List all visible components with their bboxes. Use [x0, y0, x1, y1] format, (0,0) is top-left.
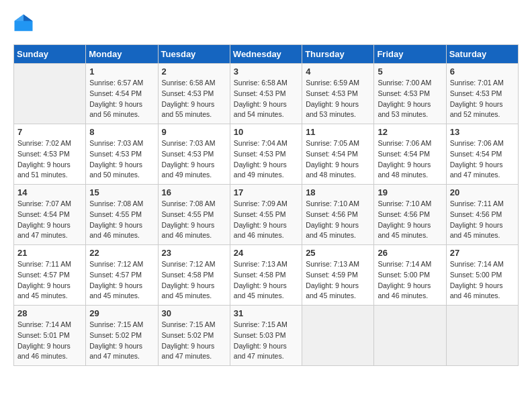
day-number: 28 [17, 308, 82, 318]
calendar-day: 12Sunrise: 7:06 AM Sunset: 4:54 PM Dayli… [374, 124, 446, 185]
day-number: 25 [306, 248, 370, 258]
day-info: Sunrise: 7:10 AM Sunset: 4:56 PM Dayligh… [306, 199, 370, 241]
col-header-sunday: Sunday [14, 45, 86, 64]
day-info: Sunrise: 7:15 AM Sunset: 5:02 PM Dayligh… [89, 320, 154, 362]
day-number: 26 [378, 248, 442, 258]
day-number: 1 [89, 66, 154, 77]
calendar-day [14, 64, 86, 124]
calendar-week-1: 1Sunrise: 6:57 AM Sunset: 4:54 PM Daylig… [14, 64, 519, 124]
calendar-day: 7Sunrise: 7:02 AM Sunset: 4:53 PM Daylig… [14, 124, 86, 185]
day-number: 16 [162, 187, 226, 197]
calendar-day: 19Sunrise: 7:10 AM Sunset: 4:56 PM Dayli… [374, 185, 446, 245]
day-info: Sunrise: 7:15 AM Sunset: 5:02 PM Dayligh… [162, 320, 226, 362]
svg-marker-2 [15, 15, 24, 21]
day-number: 15 [89, 187, 154, 197]
day-info: Sunrise: 7:14 AM Sunset: 5:00 PM Dayligh… [378, 259, 442, 302]
calendar-day: 20Sunrise: 7:11 AM Sunset: 4:56 PM Dayli… [446, 185, 518, 245]
day-number: 8 [89, 127, 154, 137]
day-number: 7 [17, 127, 82, 137]
calendar-day: 25Sunrise: 7:13 AM Sunset: 4:59 PM Dayli… [302, 245, 374, 306]
calendar-week-5: 28Sunrise: 7:14 AM Sunset: 5:01 PM Dayli… [14, 306, 519, 366]
calendar-day: 2Sunrise: 6:58 AM Sunset: 4:53 PM Daylig… [158, 64, 230, 124]
day-number: 5 [378, 66, 442, 77]
calendar-day: 5Sunrise: 7:00 AM Sunset: 4:53 PM Daylig… [374, 64, 446, 124]
calendar-day: 22Sunrise: 7:12 AM Sunset: 4:57 PM Dayli… [86, 245, 158, 306]
col-header-monday: Monday [86, 45, 158, 64]
day-info: Sunrise: 7:15 AM Sunset: 5:03 PM Dayligh… [234, 320, 298, 362]
day-info: Sunrise: 7:08 AM Sunset: 4:55 PM Dayligh… [89, 199, 154, 241]
day-number: 27 [450, 248, 515, 258]
day-number: 4 [306, 66, 370, 77]
day-info: Sunrise: 7:12 AM Sunset: 4:57 PM Dayligh… [89, 259, 154, 302]
day-number: 31 [234, 308, 298, 318]
calendar-week-2: 7Sunrise: 7:02 AM Sunset: 4:53 PM Daylig… [14, 124, 519, 185]
calendar-day: 24Sunrise: 7:13 AM Sunset: 4:58 PM Dayli… [230, 245, 302, 306]
day-info: Sunrise: 7:06 AM Sunset: 4:54 PM Dayligh… [450, 138, 515, 181]
day-number: 21 [17, 248, 82, 258]
calendar-day: 8Sunrise: 7:03 AM Sunset: 4:53 PM Daylig… [86, 124, 158, 185]
day-number: 9 [162, 127, 226, 137]
day-number: 18 [306, 187, 370, 197]
calendar-day [302, 306, 374, 366]
day-info: Sunrise: 6:57 AM Sunset: 4:54 PM Dayligh… [89, 78, 154, 120]
calendar-day: 26Sunrise: 7:14 AM Sunset: 5:00 PM Dayli… [374, 245, 446, 306]
logo [13, 13, 36, 34]
day-info: Sunrise: 6:58 AM Sunset: 4:53 PM Dayligh… [162, 78, 226, 120]
day-number: 6 [450, 66, 515, 77]
day-info: Sunrise: 7:07 AM Sunset: 4:54 PM Dayligh… [17, 199, 82, 241]
calendar-day: 30Sunrise: 7:15 AM Sunset: 5:02 PM Dayli… [158, 306, 230, 366]
calendar-day: 28Sunrise: 7:14 AM Sunset: 5:01 PM Dayli… [14, 306, 86, 366]
day-number: 19 [378, 187, 442, 197]
day-number: 14 [17, 187, 82, 197]
calendar-day: 10Sunrise: 7:04 AM Sunset: 4:53 PM Dayli… [230, 124, 302, 185]
day-info: Sunrise: 7:11 AM Sunset: 4:57 PM Dayligh… [17, 259, 82, 302]
day-info: Sunrise: 6:58 AM Sunset: 4:53 PM Dayligh… [234, 78, 298, 120]
calendar-day: 3Sunrise: 6:58 AM Sunset: 4:53 PM Daylig… [230, 64, 302, 124]
day-number: 2 [162, 66, 226, 77]
day-info: Sunrise: 7:05 AM Sunset: 4:54 PM Dayligh… [306, 138, 370, 181]
calendar-table: SundayMondayTuesdayWednesdayThursdayFrid… [13, 44, 519, 366]
day-info: Sunrise: 7:14 AM Sunset: 5:01 PM Dayligh… [17, 320, 82, 362]
calendar-day: 6Sunrise: 7:01 AM Sunset: 4:53 PM Daylig… [446, 64, 518, 124]
day-number: 3 [234, 66, 298, 77]
day-info: Sunrise: 7:10 AM Sunset: 4:56 PM Dayligh… [378, 199, 442, 241]
calendar-day: 31Sunrise: 7:15 AM Sunset: 5:03 PM Dayli… [230, 306, 302, 366]
day-info: Sunrise: 7:01 AM Sunset: 4:53 PM Dayligh… [450, 78, 515, 120]
calendar-day: 15Sunrise: 7:08 AM Sunset: 4:55 PM Dayli… [86, 185, 158, 245]
calendar-day: 16Sunrise: 7:08 AM Sunset: 4:55 PM Dayli… [158, 185, 230, 245]
day-number: 11 [306, 127, 370, 137]
page-header [13, 13, 519, 34]
calendar-day: 27Sunrise: 7:14 AM Sunset: 5:00 PM Dayli… [446, 245, 518, 306]
day-number: 29 [89, 308, 154, 318]
calendar-day: 13Sunrise: 7:06 AM Sunset: 4:54 PM Dayli… [446, 124, 518, 185]
day-info: Sunrise: 7:09 AM Sunset: 4:55 PM Dayligh… [234, 199, 298, 241]
day-info: Sunrise: 7:11 AM Sunset: 4:56 PM Dayligh… [450, 199, 515, 241]
calendar-day: 14Sunrise: 7:07 AM Sunset: 4:54 PM Dayli… [14, 185, 86, 245]
calendar-day: 9Sunrise: 7:03 AM Sunset: 4:53 PM Daylig… [158, 124, 230, 185]
calendar-day: 4Sunrise: 6:59 AM Sunset: 4:53 PM Daylig… [302, 64, 374, 124]
col-header-friday: Friday [374, 45, 446, 64]
calendar-day: 17Sunrise: 7:09 AM Sunset: 4:55 PM Dayli… [230, 185, 302, 245]
day-number: 24 [234, 248, 298, 258]
day-info: Sunrise: 7:12 AM Sunset: 4:58 PM Dayligh… [162, 259, 226, 302]
svg-marker-1 [24, 15, 33, 21]
day-info: Sunrise: 7:13 AM Sunset: 4:58 PM Dayligh… [234, 259, 298, 302]
col-header-tuesday: Tuesday [158, 45, 230, 64]
calendar-day: 18Sunrise: 7:10 AM Sunset: 4:56 PM Dayli… [302, 185, 374, 245]
calendar-week-3: 14Sunrise: 7:07 AM Sunset: 4:54 PM Dayli… [14, 185, 519, 245]
day-number: 12 [378, 127, 442, 137]
day-info: Sunrise: 7:06 AM Sunset: 4:54 PM Dayligh… [378, 138, 442, 181]
col-header-wednesday: Wednesday [230, 45, 302, 64]
calendar-day [374, 306, 446, 366]
day-info: Sunrise: 7:14 AM Sunset: 5:00 PM Dayligh… [450, 259, 515, 302]
calendar-header: SundayMondayTuesdayWednesdayThursdayFrid… [14, 45, 519, 64]
col-header-thursday: Thursday [302, 45, 374, 64]
day-number: 30 [162, 308, 226, 318]
day-number: 22 [89, 248, 154, 258]
calendar-week-4: 21Sunrise: 7:11 AM Sunset: 4:57 PM Dayli… [14, 245, 519, 306]
day-info: Sunrise: 7:03 AM Sunset: 4:53 PM Dayligh… [162, 138, 226, 181]
calendar-day [446, 306, 518, 366]
day-info: Sunrise: 7:02 AM Sunset: 4:53 PM Dayligh… [17, 138, 82, 181]
day-number: 17 [234, 187, 298, 197]
day-number: 20 [450, 187, 515, 197]
